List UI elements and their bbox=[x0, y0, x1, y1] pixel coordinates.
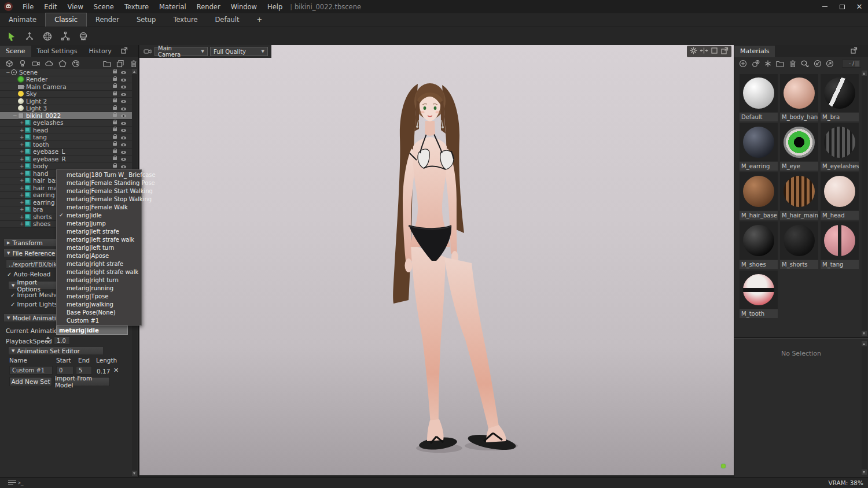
panel-tab[interactable]: History bbox=[83, 46, 117, 57]
material-thumbnail[interactable] bbox=[821, 221, 859, 260]
lock-icon[interactable] bbox=[113, 136, 117, 139]
tree-expander[interactable]: + bbox=[20, 221, 25, 227]
visibility-icon[interactable] bbox=[121, 165, 126, 168]
material-tile[interactable]: M_bra bbox=[821, 74, 859, 121]
workspace-tab[interactable]: Default bbox=[207, 13, 248, 27]
import-options-header[interactable]: ▼ Import Options bbox=[8, 281, 63, 290]
delete-icon[interactable] bbox=[129, 59, 138, 68]
tree-expander[interactable]: + bbox=[20, 171, 25, 176]
delete-set-icon[interactable]: ✕ bbox=[113, 367, 119, 374]
lock-icon[interactable] bbox=[113, 107, 117, 110]
workspace-tab[interactable]: + bbox=[248, 13, 271, 27]
tree-row[interactable]: + eyebase_L bbox=[0, 149, 132, 156]
tree-expander[interactable]: + bbox=[20, 163, 25, 169]
dropdown-item[interactable]: ✓ metarig|running bbox=[57, 284, 141, 292]
dropdown-item[interactable]: ✓ metarig|right strafe bbox=[57, 260, 141, 268]
camera-select[interactable]: Main Camera▼ bbox=[155, 47, 208, 56]
add-camera-icon[interactable] bbox=[31, 59, 41, 68]
material-thumbnail[interactable] bbox=[821, 74, 859, 112]
material-thumbnail[interactable] bbox=[740, 74, 778, 112]
scale-tool-button[interactable] bbox=[58, 29, 72, 43]
material-tile[interactable]: M_earring bbox=[740, 123, 778, 171]
tree-expander[interactable]: + bbox=[20, 127, 25, 133]
dropdown-item[interactable]: ✓ metarig|right strafe walk bbox=[57, 268, 141, 276]
menu-item[interactable]: Scene bbox=[89, 1, 119, 13]
panel-popout-icon[interactable] bbox=[851, 47, 858, 56]
lock-icon[interactable] bbox=[113, 99, 117, 102]
visibility-icon[interactable] bbox=[121, 151, 126, 154]
material-tile[interactable]: M_shorts bbox=[780, 221, 818, 269]
select-tool-button[interactable] bbox=[5, 29, 19, 43]
lock-icon[interactable] bbox=[113, 157, 117, 160]
tree-expander[interactable]: − bbox=[6, 69, 11, 75]
lock-icon[interactable] bbox=[113, 85, 117, 88]
material-thumbnail[interactable] bbox=[740, 271, 778, 309]
tree-row[interactable]: + tooth bbox=[0, 141, 132, 149]
panel-tab[interactable]: Scene bbox=[0, 46, 31, 57]
quality-select[interactable]: Full Quality▼ bbox=[210, 47, 268, 56]
playback-speed-stepper[interactable] bbox=[45, 336, 52, 344]
tree-expander[interactable]: + bbox=[20, 199, 25, 205]
panel-divider[interactable] bbox=[734, 337, 868, 339]
panel-popout-icon[interactable] bbox=[121, 47, 128, 56]
visibility-icon[interactable] bbox=[121, 114, 126, 117]
tree-row[interactable]: + head bbox=[0, 127, 132, 134]
new-instance-icon[interactable] bbox=[751, 59, 759, 68]
add-object-icon[interactable] bbox=[5, 59, 14, 68]
lock-icon[interactable] bbox=[113, 150, 117, 153]
tree-expander[interactable]: + bbox=[20, 206, 25, 212]
material-thumbnail[interactable] bbox=[780, 74, 818, 112]
tree-row[interactable]: − Scene bbox=[0, 69, 132, 76]
console-prompt-icon[interactable]: >_ bbox=[18, 480, 24, 486]
visibility-icon[interactable] bbox=[121, 158, 126, 161]
lock-icon[interactable] bbox=[113, 165, 117, 168]
lock-icon[interactable] bbox=[113, 71, 117, 73]
lock-icon[interactable] bbox=[113, 128, 117, 131]
menu-item[interactable]: File bbox=[17, 1, 39, 13]
tree-expander[interactable]: + bbox=[20, 134, 25, 140]
material-thumbnail[interactable] bbox=[780, 123, 818, 161]
visibility-icon[interactable] bbox=[121, 79, 126, 82]
visibility-icon[interactable] bbox=[121, 122, 126, 125]
assign-material-icon[interactable] bbox=[801, 59, 809, 68]
visibility-icon[interactable] bbox=[121, 71, 126, 74]
lock-icon[interactable] bbox=[113, 93, 117, 95]
tree-row[interactable]: − bikini_0022 bbox=[0, 112, 132, 120]
workspace-tab[interactable]: Animate bbox=[0, 13, 45, 27]
material-tile[interactable]: M_eye bbox=[780, 123, 818, 171]
lock-icon[interactable] bbox=[113, 143, 117, 146]
scroll-down-arrow[interactable] bbox=[862, 331, 867, 336]
scroll-down-arrow[interactable] bbox=[862, 469, 867, 475]
dropdown-item[interactable]: ✓ metarig|Tpose bbox=[57, 292, 141, 300]
dropdown-item[interactable]: ✓ metarig|right turn bbox=[57, 276, 141, 284]
menu-item[interactable]: Edit bbox=[39, 1, 62, 13]
lock-icon[interactable] bbox=[113, 121, 117, 124]
tree-expander[interactable]: + bbox=[20, 185, 25, 191]
dropdown-item[interactable]: ✓ metarig|Female Standing Pose bbox=[57, 179, 141, 187]
tree-row[interactable]: Sky bbox=[0, 91, 132, 98]
material-page-counter[interactable]: - / bbox=[842, 60, 861, 68]
dropdown-item[interactable]: ✓ metarig|Female Start Walking bbox=[57, 187, 141, 195]
dropdown-item[interactable]: ✓ metarig|180 Turn W_ Briefcase bbox=[57, 171, 141, 179]
tree-row[interactable]: + tang bbox=[0, 134, 132, 142]
close-button[interactable]: ✕ bbox=[851, 0, 868, 13]
material-thumbnail[interactable] bbox=[821, 123, 859, 161]
refresh-thumbnails-icon[interactable] bbox=[764, 59, 772, 68]
set-start-field[interactable]: 0 bbox=[56, 366, 73, 375]
scroll-up-arrow[interactable] bbox=[862, 341, 867, 346]
menu-item[interactable]: Help bbox=[262, 1, 288, 13]
rotate-tool-button[interactable] bbox=[41, 29, 54, 43]
visibility-icon[interactable] bbox=[121, 86, 126, 88]
save-material-icon[interactable] bbox=[826, 59, 834, 68]
material-thumbnail[interactable] bbox=[740, 172, 778, 210]
material-tile[interactable]: M_head bbox=[821, 172, 859, 220]
add-mesh-icon[interactable] bbox=[58, 59, 67, 68]
tree-expander[interactable]: + bbox=[20, 156, 25, 162]
scroll-up-arrow[interactable] bbox=[862, 71, 867, 76]
material-tile[interactable]: Default bbox=[740, 74, 778, 121]
dropdown-item[interactable]: ✓ metarig|left strafe bbox=[57, 227, 141, 235]
dropdown-item[interactable]: ✓ metarig|walking bbox=[57, 300, 141, 308]
import-meshes-checkbox[interactable]: ✓ Import Meshes bbox=[10, 291, 62, 298]
maximize-button[interactable] bbox=[833, 0, 851, 13]
workspace-tab[interactable]: Classic bbox=[45, 13, 87, 27]
